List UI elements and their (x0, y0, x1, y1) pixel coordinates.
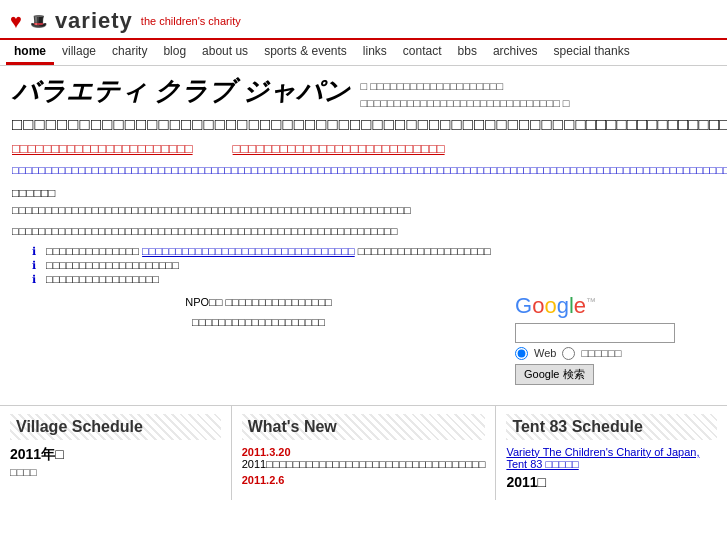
info-item-3: □□□□□□□□□□□□□□□□□ (32, 273, 715, 285)
google-site-label: □□□□□□ (581, 347, 621, 359)
google-logo: Google™ (515, 293, 715, 319)
village-year: 2011年□ (10, 446, 221, 464)
nav-sports-events[interactable]: sports & events (256, 40, 355, 65)
red-link-block: □□□□□□□□□□□□□□□□□□□□□□□ □□□□□□□□□□□□□□□□… (12, 141, 715, 156)
right-tagline: □□□□□□□□□□□□□□□□ (575, 115, 727, 135)
google-web-radio[interactable] (515, 347, 528, 360)
bottom-section: Village Schedule 2011年□ □□□□ What's New … (0, 405, 727, 500)
google-web-label: Web (534, 347, 556, 359)
nav-about-us[interactable]: about us (194, 40, 256, 65)
full-tagline-row: □□□□□□□□□□□□□□□□□□□□□□□□□□□□□□□□□□□□□□□□… (12, 115, 715, 135)
village-schedule-header: Village Schedule (10, 414, 221, 440)
logo-text: variety (55, 8, 133, 34)
nav-home[interactable]: home (6, 40, 54, 65)
logo-hat-icon: 🎩 (30, 13, 47, 29)
nav-bbs[interactable]: bbs (450, 40, 485, 65)
npo-block: NPO□□ □□□□□□□□□□□□□□□□ □□□□□□□□□□□□□□□□□… (12, 293, 505, 385)
logo-heart-icon: ♥ (10, 10, 22, 33)
tent83-year: 2011□ (506, 474, 717, 490)
red-link-2[interactable]: □□□□□□□□□□□□□□□□□□□□□□□□□□□ (233, 141, 445, 156)
main-tagline: □□□□□□□□□□□□□□□□□□□□□□□□□□□□□□□□□□□□□□□□… (12, 115, 575, 135)
tent83-link[interactable]: Variety The Children's Charity of Japan,… (506, 446, 717, 470)
news-text-1: 2011□□□□□□□□□□□□□□□□□□□□□□□□□□□□□□□□□ (242, 458, 486, 470)
nav-archives[interactable]: archives (485, 40, 546, 65)
nav-special-thanks[interactable]: special thanks (546, 40, 638, 65)
nav-charity[interactable]: charity (104, 40, 155, 65)
site-title-jp: バラエティ クラブ ジャパン (12, 74, 350, 109)
blue-long-text: □□□□□□□□□□□□□□□□□□□□□□□□□□□□□□□□□□□□□□□□… (12, 162, 715, 180)
village-item-1: □□□□ (10, 466, 221, 478)
google-search-button[interactable]: Google 検索 (515, 364, 594, 385)
red-link-1[interactable]: □□□□□□□□□□□□□□□□□□□□□□□ (12, 141, 193, 156)
info-list: □□□□□□□□□□□□□□ □□□□□□□□□□□□□□□□□□□□□□□□□… (32, 245, 715, 285)
info-link-1[interactable]: □□□□□□□□□□□□□□□□□□□□□□□□□□□□□□□□ (142, 245, 355, 257)
nav-links[interactable]: links (355, 40, 395, 65)
whats-new-col: What's New 2011.3.20 2011□□□□□□□□□□□□□□□… (232, 406, 497, 500)
site-title-row: バラエティ クラブ ジャパン □ □□□□□□□□□□□□□□□□□□□□ □□… (12, 74, 715, 111)
news-date-1: 2011.3.20 (242, 446, 486, 458)
site-desc: □ □□□□□□□□□□□□□□□□□□□□ □□□□□□□□□□□□□□□□□… (360, 78, 569, 111)
main-nav: home village charity blog about us sport… (0, 38, 727, 66)
google-radio-row: Web □□□□□□ (515, 347, 715, 360)
village-schedule-col: Village Schedule 2011年□ □□□□ (0, 406, 232, 500)
nav-blog[interactable]: blog (155, 40, 194, 65)
nav-village[interactable]: village (54, 40, 104, 65)
section-header: □□□□□□ (12, 186, 715, 200)
tent83-col: Tent 83 Schedule Variety The Children's … (496, 406, 727, 500)
logo-tagline: the children's charity (141, 15, 241, 27)
body-line1: □□□□□□□□□□□□□□□□□□□□□□□□□□□□□□□□□□□□□□□□… (12, 202, 715, 220)
info-item-1: □□□□□□□□□□□□□□ □□□□□□□□□□□□□□□□□□□□□□□□□… (32, 245, 715, 257)
google-site-radio[interactable] (562, 347, 575, 360)
tent83-header: Tent 83 Schedule (506, 414, 717, 440)
google-search-block: Google™ Web □□□□□□ Google 検索 (515, 293, 715, 385)
whats-new-header: What's New (242, 414, 486, 440)
info-item-2: □□□□□□□□□□□□□□□□□□□□ (32, 259, 715, 271)
body-line2: □□□□□□□□□□□□□□□□□□□□□□□□□□□□□□□□□□□□□□□□… (12, 223, 715, 241)
nav-contact[interactable]: contact (395, 40, 450, 65)
main-content: バラエティ クラブ ジャパン □ □□□□□□□□□□□□□□□□□□□□ □□… (0, 66, 727, 393)
google-search-input[interactable] (515, 323, 675, 343)
news-date-2: 2011.2.6 (242, 474, 486, 486)
middle-section: NPO□□ □□□□□□□□□□□□□□□□ □□□□□□□□□□□□□□□□□… (12, 293, 715, 385)
